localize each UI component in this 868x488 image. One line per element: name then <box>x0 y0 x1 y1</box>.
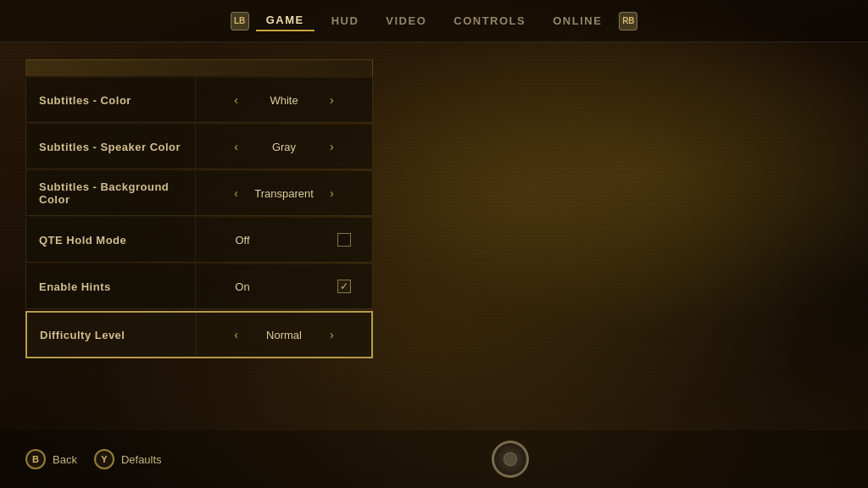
back-btn-label: Back <box>53 453 77 466</box>
defaults-button[interactable]: Y Defaults <box>94 449 162 469</box>
difficulty-level-right[interactable]: › <box>326 326 337 343</box>
enable-hints-label: Enable Hints <box>26 264 196 308</box>
back-btn-icon: B <box>25 449 46 469</box>
subtitles-color-label: Subtitles - Color <box>26 78 196 122</box>
qte-hold-mode-label: QTE Hold Mode <box>26 218 196 262</box>
back-button[interactable]: B Back <box>25 449 77 469</box>
tab-online[interactable]: ONLINE <box>542 11 612 30</box>
settings-panel: Subtitles - Color ‹ White › Subtitles - … <box>25 59 373 358</box>
setting-subtitles-bg-color[interactable]: Subtitles - Background Color ‹ Transpare… <box>25 171 373 216</box>
content: LB GAME HUD VIDEO CONTROLS ONLINE RB Sub… <box>0 0 868 488</box>
subtitles-speaker-color-right[interactable]: › <box>326 138 337 155</box>
center-btn-inner <box>504 452 517 466</box>
subtitles-bg-color-left[interactable]: ‹ <box>231 185 242 202</box>
enable-hints-value: On <box>209 280 276 293</box>
top-nav: LB GAME HUD VIDEO CONTROLS ONLINE RB <box>0 0 868 42</box>
lb-button[interactable]: LB <box>231 12 249 30</box>
rb-button[interactable]: RB <box>619 12 637 30</box>
panel-header <box>25 59 373 76</box>
subtitles-speaker-color-value: Gray <box>250 141 318 153</box>
difficulty-level-control: ‹ Normal › <box>197 319 371 350</box>
setting-subtitles-speaker-color[interactable]: Subtitles - Speaker Color ‹ Gray › <box>25 125 373 169</box>
tab-controls[interactable]: CONTROLS <box>443 11 536 30</box>
bottom-bar: B Back Y Defaults <box>0 430 868 488</box>
defaults-btn-label: Defaults <box>121 453 162 466</box>
tab-video[interactable]: VIDEO <box>376 11 437 30</box>
enable-hints-control: On ✓ <box>196 273 372 300</box>
subtitles-bg-color-right[interactable]: › <box>326 185 337 202</box>
tab-game[interactable]: GAME <box>256 10 314 31</box>
qte-hold-mode-value: Off <box>209 234 276 247</box>
subtitles-speaker-color-control: ‹ Gray › <box>196 131 372 162</box>
subtitles-color-right[interactable]: › <box>326 92 337 108</box>
subtitles-color-left[interactable]: ‹ <box>231 92 242 108</box>
setting-difficulty-level[interactable]: Difficulty Level ‹ Normal › <box>25 311 373 358</box>
subtitles-bg-color-value: Transparent <box>250 187 318 200</box>
defaults-btn-icon: Y <box>94 449 114 469</box>
setting-enable-hints[interactable]: Enable Hints On ✓ <box>25 264 373 309</box>
subtitles-speaker-color-left[interactable]: ‹ <box>231 138 242 155</box>
difficulty-level-left[interactable]: ‹ <box>231 326 242 343</box>
setting-subtitles-color[interactable]: Subtitles - Color ‹ White › <box>25 78 373 123</box>
subtitles-color-value: White <box>250 94 318 107</box>
subtitles-bg-color-control: ‹ Transparent › <box>196 178 372 208</box>
setting-qte-hold-mode[interactable]: QTE Hold Mode Off <box>25 218 373 263</box>
qte-hold-mode-control: Off <box>196 226 372 253</box>
subtitles-bg-color-label: Subtitles - Background Color <box>26 171 196 215</box>
qte-hold-mode-checkbox[interactable] <box>337 233 351 247</box>
subtitles-speaker-color-label: Subtitles - Speaker Color <box>26 125 196 169</box>
enable-hints-checkbox[interactable]: ✓ <box>337 280 351 293</box>
hints-checkbox-mark: ✓ <box>340 281 348 291</box>
difficulty-level-label: Difficulty Level <box>27 313 197 357</box>
center-gamepad-button[interactable] <box>492 441 529 478</box>
tab-hud[interactable]: HUD <box>321 11 370 30</box>
difficulty-level-value: Normal <box>250 329 318 341</box>
main-area: Subtitles - Color ‹ White › Subtitles - … <box>0 42 868 430</box>
subtitles-color-control: ‹ White › <box>196 85 372 115</box>
